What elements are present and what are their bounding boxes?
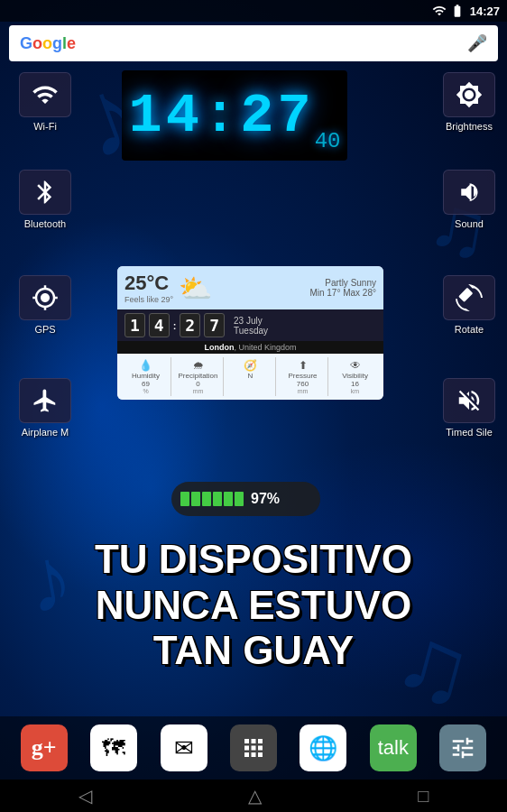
search-bar[interactable]: Google 🎤 (9, 25, 498, 61)
weather-city: London (204, 343, 234, 352)
bluetooth-toggle[interactable]: Bluetooth (13, 170, 78, 229)
weather-precipitation: 🌧 Precipitation 0 mm (173, 357, 224, 396)
weather-dayname: Tuesday (234, 326, 268, 336)
weather-widget: 25°C Feels like 29° ⛅ Partly Sunny Min 1… (117, 266, 383, 400)
battery-bar-3 (202, 492, 211, 506)
gmail-app-icon[interactable]: ✉ (161, 724, 207, 771)
status-bar: 14:27 (0, 0, 507, 22)
settings-icon (449, 734, 476, 761)
airplane-icon-box[interactable] (19, 378, 71, 423)
compass-icon: 🧭 (227, 359, 273, 372)
flip-hour-tens: 1 (124, 313, 145, 337)
sound-icon-box[interactable] (443, 170, 495, 215)
battery-bars (180, 492, 244, 506)
weather-visibility: 👁 Visibility 16 km (330, 357, 380, 396)
rotate-label: Rotate (455, 324, 484, 335)
sound-toggle[interactable]: Sound (437, 170, 502, 229)
precip-label: Precipitation (175, 372, 221, 380)
visibility-value: 16 (332, 380, 378, 388)
wifi-label: Wi-Fi (33, 121, 57, 132)
battery-status-icon (450, 4, 465, 18)
airplane-icon (32, 387, 59, 414)
home-button[interactable]: △ (248, 785, 262, 807)
weather-compass: 🧭 N (226, 357, 276, 396)
airplane-label: Airplane M (22, 427, 69, 438)
status-icons (432, 4, 465, 18)
weather-stats: 💧 Humidity 69 % 🌧 Precipitation 0 mm 🧭 N… (117, 354, 383, 400)
rotate-toggle[interactable]: Rotate (437, 275, 502, 335)
pressure-value: 760 (280, 380, 326, 388)
recent-button[interactable]: □ (418, 786, 429, 807)
battery-bar-1 (180, 492, 189, 506)
bluetooth-label: Bluetooth (24, 218, 66, 229)
navigation-bar: ◁ △ □ (0, 780, 507, 812)
main-text-line1: TU DISPOSITIVO (0, 537, 507, 583)
weather-icon: ⛅ (179, 272, 212, 304)
clock-hours: 14 (129, 84, 203, 148)
talk-icon: talk (378, 736, 409, 760)
settings-app-icon[interactable] (439, 724, 486, 771)
weather-condition: Partly Sunny (309, 278, 376, 288)
timed-silence-toggle[interactable]: Timed Sile (437, 378, 502, 438)
google-logo: Google (20, 34, 76, 53)
gps-icon (32, 284, 59, 311)
gps-icon-box[interactable] (19, 275, 71, 320)
gplus-label: g+ (32, 734, 57, 761)
precip-value: 0 (175, 380, 221, 388)
timed-silence-icon (456, 387, 483, 414)
chrome-icon: 🌐 (309, 734, 337, 762)
wifi-status-icon (432, 4, 447, 18)
battery-bar-6 (235, 492, 244, 506)
bluetooth-icon (32, 179, 59, 206)
bluetooth-icon-box[interactable] (19, 170, 71, 215)
gplus-app-icon[interactable]: g+ (21, 724, 68, 771)
brightness-icon-box[interactable] (443, 72, 495, 117)
chrome-app-icon[interactable]: 🌐 (300, 724, 346, 771)
gmail-icon: ✉ (174, 734, 194, 762)
status-time: 14:27 (470, 5, 500, 18)
weather-country: , United Kingdom (234, 343, 296, 352)
visibility-label: Visibility (332, 372, 378, 380)
rotate-icon-box[interactable] (443, 275, 495, 320)
wifi-toggle[interactable]: Wi-Fi (13, 72, 78, 132)
battery-percent: 97% (251, 491, 280, 507)
weather-day-month: 23 July (234, 316, 268, 326)
weather-humidity: 💧 Humidity 69 % (121, 357, 171, 396)
gps-label: GPS (34, 324, 55, 335)
back-button[interactable]: ◁ (78, 785, 92, 807)
precip-unit: mm (175, 388, 221, 394)
weather-pressure: ⬆ Pressure 760 mm (278, 357, 328, 396)
main-text-overlay: TU DISPOSITIVO NUNCA ESTUVO TAN GUAY (0, 537, 507, 674)
pressure-icon: ⬆ (280, 359, 326, 372)
microphone-icon[interactable]: 🎤 (467, 33, 487, 53)
maps-app-icon[interactable]: 🗺 (90, 724, 137, 771)
weather-clock-row: 1 4 : 2 7 23 July Tuesday (117, 309, 383, 341)
airplane-toggle[interactable]: Airplane M (13, 378, 78, 438)
battery-bar-2 (191, 492, 200, 506)
weather-feels-like: Feels like 29° (124, 295, 173, 304)
battery-bar-4 (213, 492, 222, 506)
battery-bar-5 (224, 492, 233, 506)
clock-display: 14:27 (129, 84, 315, 148)
dock: g+ 🗺 ✉ 🌐 talk (0, 716, 507, 780)
weather-minmax: Min 17° Max 28° (309, 288, 376, 298)
humidity-icon: 💧 (123, 359, 169, 372)
compass-label: N (227, 372, 273, 380)
launcher-app-icon[interactable] (230, 724, 277, 771)
gps-toggle[interactable]: GPS (13, 275, 78, 335)
weather-temp: 25°C (124, 272, 173, 295)
timed-silence-icon-box[interactable] (443, 378, 495, 423)
brightness-toggle[interactable]: Brightness (437, 72, 502, 132)
flip-hour-ones: 4 (149, 313, 170, 337)
talk-app-icon[interactable]: talk (370, 724, 417, 771)
humidity-value: 69 (123, 380, 169, 388)
humidity-unit: % (123, 388, 169, 394)
clock-seconds: 40 (315, 129, 341, 153)
sound-icon (456, 179, 483, 206)
launcher-icon (240, 734, 267, 761)
wifi-icon-box[interactable] (19, 72, 71, 117)
main-text-line3: TAN GUAY (0, 628, 507, 674)
weather-date: 23 July Tuesday (234, 316, 268, 336)
precipitation-icon: 🌧 (175, 359, 221, 372)
flip-min-tens: 2 (180, 313, 200, 337)
